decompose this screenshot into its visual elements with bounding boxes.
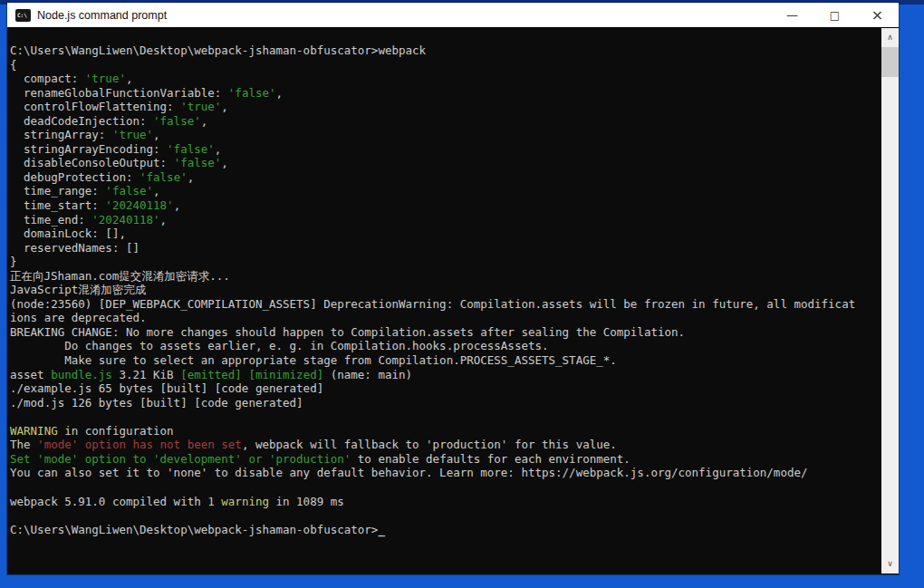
- scrollbar[interactable]: ∧ ∨: [881, 28, 899, 574]
- terminal-text-segment: domainLock: [],: [10, 227, 126, 240]
- terminal-line: }: [10, 255, 881, 269]
- terminal-text-segment: 'mode' option has not been set: [37, 438, 242, 451]
- terminal-line: C:\Users\WangLiwen\Desktop\webpack-jsham…: [10, 43, 881, 58]
- terminal-line: webpack 5.91.0 compiled with 1 warning i…: [10, 495, 881, 509]
- terminal-line: [10, 410, 881, 424]
- terminal-text-segment: JavaScript混淆加密完成: [10, 283, 146, 296]
- terminal-text-segment: ,: [215, 142, 222, 156]
- minimize-button[interactable]: —: [771, 3, 813, 27]
- terminal-line: WARNING in configuration: [10, 424, 881, 439]
- terminal-text-segment: 'true': [112, 128, 153, 141]
- terminal-text-segment: 'false': [174, 156, 222, 169]
- terminal-text-segment: '20240118': [105, 198, 173, 212]
- terminal-line: BREAKING CHANGE: No more changes should …: [10, 325, 881, 340]
- terminal-text-segment: controlFlowFlattening:: [10, 100, 180, 113]
- terminal-text-segment: {: [10, 58, 17, 72]
- terminal-text-segment: stringArray:: [10, 128, 112, 141]
- terminal-text-segment: _: [378, 523, 385, 536]
- close-button[interactable]: ×: [856, 3, 899, 27]
- terminal-line: deadCodeInjection: 'false',: [10, 114, 881, 129]
- terminal-line: You can also set it to 'none' to disable…: [10, 466, 881, 480]
- terminal-line: compact: 'true',: [10, 72, 881, 86]
- terminal-text-segment: debugProtection:: [10, 170, 140, 184]
- terminal-line: asset bundle.js 3.21 KiB [emitted] [mini…: [10, 368, 881, 382]
- terminal-text-segment: 正在向JShaman.com提交混淆加密请求...: [10, 269, 230, 283]
- terminal-text-segment: 'true': [180, 100, 221, 113]
- terminal-text-segment: compact:: [10, 72, 85, 85]
- terminal-line: stringArray: 'true',: [10, 128, 881, 142]
- terminal-line: renameGlobalFunctionVariable: 'false',: [10, 86, 881, 101]
- terminal-text-segment: 'false': [153, 114, 201, 128]
- terminal-line: ions are deprecated.: [10, 311, 881, 325]
- terminal-line: disableConsoleOutput: 'false',: [10, 156, 881, 170]
- terminal-line: 正在向JShaman.com提交混淆加密请求...: [10, 269, 881, 284]
- terminal-text-segment: ./mod.js 126 bytes [built] [code generat…: [10, 396, 303, 410]
- terminal-text-segment: ,: [160, 213, 168, 227]
- terminal-text-segment: bundle.js: [51, 368, 112, 381]
- terminal-text-segment: Make sure to select an appropriate stage…: [10, 353, 617, 367]
- terminal-line: [10, 480, 881, 495]
- window-titlebar[interactable]: C:\ Node.js command prompt — □ ×: [7, 3, 899, 28]
- terminal-text-segment: ,: [221, 156, 228, 169]
- terminal-text-segment: asset: [10, 368, 51, 381]
- terminal-text-segment: , webpack will fallback to 'production' …: [242, 438, 617, 451]
- cmd-prompt-icon-label: C:\: [17, 13, 27, 18]
- maximize-button[interactable]: □: [813, 3, 856, 27]
- terminal-text-segment: The: [10, 438, 37, 451]
- console-body: C:\Users\WangLiwen\Desktop\webpack-jsham…: [7, 28, 899, 574]
- terminal-text-segment: ,: [276, 86, 284, 100]
- terminal-text-segment: ,: [174, 198, 181, 212]
- terminal-text-segment: 'false': [228, 86, 276, 100]
- terminal-text-segment: }: [10, 255, 17, 268]
- terminal-text-segment: (node:23560) [DEP_WEBPACK_COMPILATION_AS…: [10, 297, 855, 311]
- terminal-text-segment: 1 warning: [207, 495, 269, 508]
- scrollbar-down-arrow-icon[interactable]: ∨: [881, 556, 899, 572]
- terminal-text-segment: disableConsoleOutput:: [10, 156, 174, 169]
- terminal-text-segment: 3.21 KiB: [112, 368, 180, 381]
- terminal-line: controlFlowFlattening: 'true',: [10, 100, 881, 114]
- terminal-text-segment: ,: [221, 100, 228, 113]
- terminal-text-segment: Do changes to assets earlier, e. g. in C…: [10, 339, 549, 352]
- terminal-line: time_range: 'false',: [10, 184, 881, 198]
- terminal-line: reservedNames: []: [10, 241, 881, 255]
- terminal-text-segment: 'true': [85, 72, 126, 85]
- terminal-text-segment: 'false': [167, 142, 215, 156]
- terminal-text-segment: [emitted]: [180, 368, 242, 381]
- terminal-line: (node:23560) [DEP_WEBPACK_COMPILATION_AS…: [10, 297, 881, 312]
- terminal-text-segment: renameGlobalFunctionVariable:: [10, 86, 228, 100]
- terminal-line: ./example.js 65 bytes [built] [code gene…: [10, 381, 881, 396]
- scrollbar-up-arrow-icon[interactable]: ∧: [881, 30, 899, 45]
- desktop-background: C:\ Node.js command prompt — □ × C:\User…: [0, 0, 924, 588]
- terminal-line: The 'mode' option has not been set, webp…: [10, 438, 881, 452]
- terminal-text-segment: BREAKING CHANGE: No more changes should …: [10, 325, 685, 339]
- window-title: Node.js command prompt: [37, 9, 167, 22]
- terminal-line: Make sure to select an appropriate stage…: [10, 353, 881, 368]
- terminal-line: [10, 508, 881, 523]
- terminal-text-segment: to enable defaults for each environment.: [351, 452, 630, 466]
- terminal-line: time_start: '20240118',: [10, 198, 881, 213]
- terminal-text-segment: ,: [153, 184, 160, 198]
- terminal-text-segment: deadCodeInjection:: [10, 114, 153, 128]
- terminal-line: ./mod.js 126 bytes [built] [code generat…: [10, 396, 881, 410]
- terminal-text-segment: time_range:: [10, 184, 105, 198]
- terminal-text-segment: 'false': [105, 184, 153, 198]
- terminal-text-segment: WARNING: [10, 424, 58, 438]
- terminal-text-segment: stringArrayEncoding:: [10, 142, 167, 156]
- terminal-text-segment: in 1089 ms: [269, 495, 344, 508]
- terminal-text-segment: ,: [188, 170, 195, 184]
- terminal-text-segment: You can also set it to 'none' to disable…: [10, 466, 808, 479]
- terminal-line: C:\Users\WangLiwen\Desktop\webpack-jsham…: [10, 523, 881, 537]
- window-controls: — □ ×: [771, 3, 899, 27]
- terminal-text-segment: time_start:: [10, 198, 105, 212]
- terminal-text-segment: C:\Users\WangLiwen\Desktop\webpack-jsham…: [10, 43, 426, 57]
- terminal-text-segment: (name: main): [323, 368, 412, 381]
- terminal-text-segment: Set 'mode' option to 'development' or 'p…: [10, 452, 351, 466]
- terminal-line: JavaScript混淆加密完成: [10, 283, 881, 297]
- terminal-text-segment: '20240118': [91, 213, 159, 227]
- terminal-text-segment: [minimized]: [248, 368, 323, 381]
- terminal-text-segment: 'false': [140, 170, 188, 184]
- terminal-output[interactable]: C:\Users\WangLiwen\Desktop\webpack-jsham…: [7, 28, 881, 574]
- scrollbar-thumb[interactable]: [881, 47, 899, 77]
- cmd-prompt-icon: C:\: [15, 9, 31, 22]
- terminal-line: stringArrayEncoding: 'false',: [10, 142, 881, 157]
